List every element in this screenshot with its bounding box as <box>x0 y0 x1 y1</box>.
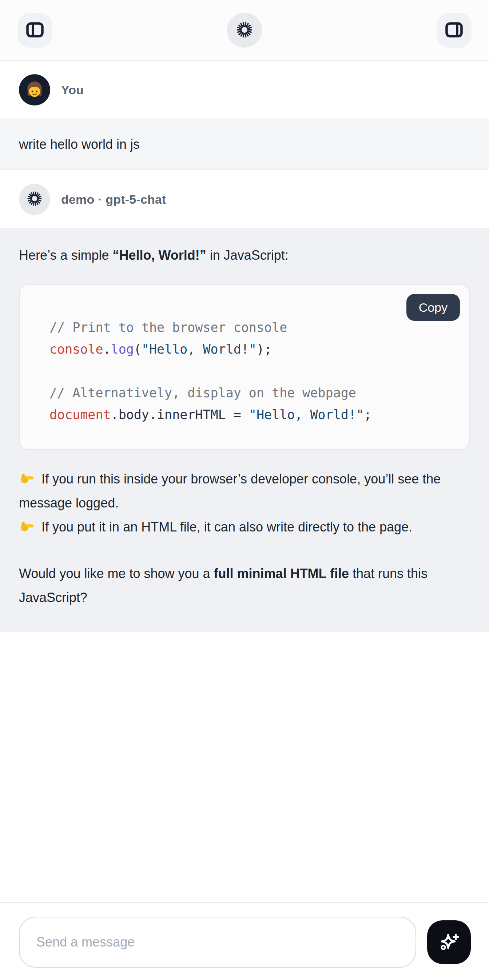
copy-code-button[interactable]: Copy <box>406 294 460 321</box>
assistant-message-header: demo · gpt-5-chat <box>0 170 489 228</box>
starburst-icon <box>26 190 43 209</box>
starburst-icon: /* rays drawn via JS below */ <box>235 21 254 40</box>
user-sender-label: You <box>61 83 84 97</box>
assistant-intro-text: Here’s a simple “Hello, World!” in JavaS… <box>19 247 470 264</box>
assistant-followup-question: Would you like me to show you a full min… <box>19 562 470 610</box>
sparkle-plus-icon <box>438 931 460 954</box>
code-content: // Print to the browser consoleconsole.l… <box>20 285 469 449</box>
top-bar: /* rays drawn via JS below */ <box>0 0 489 61</box>
user-message-text: write hello world in js <box>19 137 140 152</box>
point-right-icon <box>19 469 35 486</box>
assistant-message-bubble: Here’s a simple “Hello, World!” in JavaS… <box>0 228 489 632</box>
code-block: Copy // Print to the browser consolecons… <box>19 285 470 450</box>
assistant-tips-text: If you run this inside your browser’s de… <box>19 467 470 539</box>
assistant-sender-label: demo · gpt-5-chat <box>61 192 166 207</box>
chat-app: /* rays drawn via JS below */ <box>0 0 489 980</box>
user-avatar <box>19 74 50 105</box>
panel-toggle-button[interactable] <box>436 13 471 48</box>
send-button[interactable] <box>427 920 471 964</box>
user-message-header: You <box>0 61 489 119</box>
user-message-bubble: write hello world in js <box>0 119 489 170</box>
assistant-avatar <box>19 184 50 215</box>
panel-right-icon <box>444 21 464 40</box>
message-input[interactable] <box>19 917 416 967</box>
sidebar-toggle-button[interactable] <box>18 13 53 48</box>
panel-left-icon <box>25 21 45 40</box>
chat-empty-area <box>0 632 489 902</box>
point-right-icon <box>19 518 35 534</box>
model-spinner-button[interactable]: /* rays drawn via JS below */ <box>227 13 262 48</box>
composer-bar <box>0 902 489 980</box>
